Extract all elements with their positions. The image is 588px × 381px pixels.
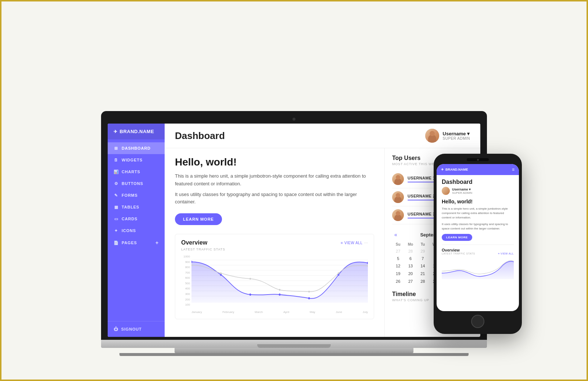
sidebar-item-label: FORMS xyxy=(122,193,138,197)
overview-header: Overview ≡ VIEW ALL ⋯ xyxy=(181,239,368,246)
user-info: Username ▾ SUPER ADMIN xyxy=(443,131,470,140)
sidebar-item-dashboard[interactable]: ⊞ DASHBOARD xyxy=(108,142,165,154)
sidebar-item-widgets[interactable]: 🗓 WIDGETS xyxy=(108,154,165,166)
cal-header-mo: Mo xyxy=(404,241,417,248)
phone-learn-more-button[interactable]: LEARN MORE xyxy=(442,234,472,241)
content-left: Hello, world! This is a simple hero unit… xyxy=(165,148,385,337)
svg-point-19 xyxy=(308,291,310,293)
avatar xyxy=(425,129,439,143)
laptop-screen-wrapper: ✈ BRAND.NAME ⊞ DASHBOARD 🗓 WIDGETS xyxy=(101,111,487,340)
svg-point-12 xyxy=(308,297,310,299)
phone-page-title: Dashboard xyxy=(442,179,514,185)
cal-day[interactable]: 14 xyxy=(417,262,429,270)
charts-icon: 📊 xyxy=(114,169,119,174)
phone-main: Dashboard Username ▾ SUPER ADMIN Hello, xyxy=(437,175,519,284)
phone-brand-icon: ✈ xyxy=(441,168,444,171)
svg-point-20 xyxy=(338,273,339,274)
svg-point-17 xyxy=(250,278,251,280)
sidebar-item-label: ICONS xyxy=(122,228,136,233)
cal-day[interactable]: 20 xyxy=(404,270,417,278)
chart-svg xyxy=(191,255,368,306)
phone-hero-greeting: Hello, world! xyxy=(442,199,514,204)
user-name: Username ▾ xyxy=(443,131,470,136)
cal-day[interactable]: 6 xyxy=(404,255,417,262)
sidebar-item-label: CARDS xyxy=(122,217,137,221)
sidebar-item-cards[interactable]: ▭ CARDS xyxy=(108,213,165,225)
phone-hero-desc1: This is a simple hero unit, a simple jum… xyxy=(442,207,514,220)
user-row-avatar-1 xyxy=(392,173,404,185)
sidebar-item-label: PAGES xyxy=(122,241,137,245)
cal-day[interactable]: 27 xyxy=(404,278,417,285)
user-role: SUPER ADMIN xyxy=(443,136,470,140)
cal-day[interactable]: 26 xyxy=(392,278,404,285)
cal-day[interactable]: 27 xyxy=(392,248,404,255)
sidebar-item-forms[interactable]: ✎ FORMS xyxy=(108,189,165,201)
cal-day[interactable]: 28 xyxy=(417,278,429,285)
calendar-prev-button[interactable]: « xyxy=(392,232,399,238)
phone-mockup: ✈ BRAND.NAME ≡ Dashboard Username ▾ xyxy=(434,154,522,334)
phone-overview-title: Overview xyxy=(442,248,514,252)
power-icon: ⏻ xyxy=(114,327,118,332)
chart-x-labels: JanuaryFebruaryMarchAprilMayJuneJuly xyxy=(191,310,368,314)
phone-hero-desc2: It uses utility classes for typography a… xyxy=(442,222,514,231)
learn-more-button[interactable]: LEARN MORE xyxy=(175,213,222,225)
phone-user-info: Username ▾ SUPER ADMIN xyxy=(452,188,472,195)
sidebar-item-label: TABLES xyxy=(122,205,139,209)
overview-section: Overview ≡ VIEW ALL ⋯ LATEST TRAFFIC STA… xyxy=(175,234,374,319)
view-all-link[interactable]: ≡ VIEW ALL ⋯ xyxy=(341,241,368,245)
cal-day[interactable]: 29 xyxy=(417,248,429,255)
hero-section: Hello, world! This is a simple hero unit… xyxy=(175,156,374,225)
phone-home-button[interactable] xyxy=(471,315,484,328)
hero-desc2: It uses utility classes for typography a… xyxy=(175,191,374,206)
pages-icon: 📄 xyxy=(114,240,119,245)
phone-screen: ✈ BRAND.NAME ≡ Dashboard Username ▾ xyxy=(437,164,519,311)
sidebar-brand[interactable]: ✈ BRAND.NAME xyxy=(108,124,165,139)
sidebar-item-tables[interactable]: ▦ TABLES xyxy=(108,201,165,213)
brand-icon: ✈ xyxy=(114,129,118,134)
sidebar-item-buttons[interactable]: ⚙ BUTTONS xyxy=(108,178,165,189)
phone-header-bar: ✈ BRAND.NAME ≡ xyxy=(437,164,519,175)
avatar-image xyxy=(425,129,439,143)
sidebar-item-pages[interactable]: 📄 PAGES + xyxy=(108,236,165,249)
cal-day[interactable]: 19 xyxy=(392,270,404,278)
dashboard-icon: ⊞ xyxy=(114,146,119,151)
overview-subtitle: LATEST TRAFFIC STATS xyxy=(181,248,368,251)
user-row-avatar-2 xyxy=(392,191,404,203)
signout-label: SIGNOUT xyxy=(121,327,142,331)
hero-greeting: Hello, world! xyxy=(175,156,374,168)
phone-userrole: SUPER ADMIN xyxy=(452,191,472,195)
phone-username: Username ▾ xyxy=(452,188,472,191)
cal-day[interactable]: 5 xyxy=(392,255,404,262)
phone-user-row: Username ▾ SUPER ADMIN xyxy=(442,187,514,195)
cal-day[interactable]: 28 xyxy=(404,248,417,255)
sidebar-item-icons[interactable]: ✦ ICONS xyxy=(108,225,165,236)
widgets-icon: 🗓 xyxy=(114,157,119,163)
cal-header-su: Su xyxy=(392,241,404,248)
phone-overview-sub: LATEST TRAFFIC STATS ≡ VIEW ALL xyxy=(442,252,514,255)
forms-icon: ✎ xyxy=(114,193,119,198)
user-profile[interactable]: Username ▾ SUPER ADMIN xyxy=(425,129,470,143)
laptop-camera xyxy=(293,118,295,121)
pages-plus-icon[interactable]: + xyxy=(155,240,159,246)
cal-day[interactable]: 21 xyxy=(417,270,429,278)
chart-container: 1000900800700600 500400300200100 xyxy=(181,255,368,314)
laptop-foot xyxy=(119,353,469,356)
settings-dots-icon[interactable]: ⋯ xyxy=(364,241,368,245)
icons-icon: ✦ xyxy=(114,228,119,233)
sidebar-item-label: CHARTS xyxy=(122,170,140,174)
sidebar-item-charts[interactable]: 📊 CHARTS xyxy=(108,166,165,178)
sidebar: ✈ BRAND.NAME ⊞ DASHBOARD 🗓 WIDGETS xyxy=(108,124,165,337)
cal-day[interactable]: 12 xyxy=(392,262,404,270)
scene: ✈ BRAND.NAME ⊞ DASHBOARD 🗓 WIDGETS xyxy=(37,25,551,356)
phone-camera xyxy=(467,158,489,161)
sidebar-brand-label: BRAND.NAME xyxy=(120,129,154,134)
signout-button[interactable]: ⏻ SIGNOUT xyxy=(108,321,165,337)
laptop-stand xyxy=(175,348,413,353)
cal-day[interactable]: 13 xyxy=(404,262,417,270)
phone-outer: ✈ BRAND.NAME ≡ Dashboard Username ▾ xyxy=(434,154,522,334)
phone-menu-icon[interactable]: ≡ xyxy=(512,167,514,172)
cal-day[interactable]: 7 xyxy=(417,255,429,262)
phone-brand: ✈ BRAND.NAME xyxy=(441,168,468,171)
phone-view-all[interactable]: ≡ VIEW ALL xyxy=(498,252,514,255)
phone-chart-svg xyxy=(442,257,514,279)
